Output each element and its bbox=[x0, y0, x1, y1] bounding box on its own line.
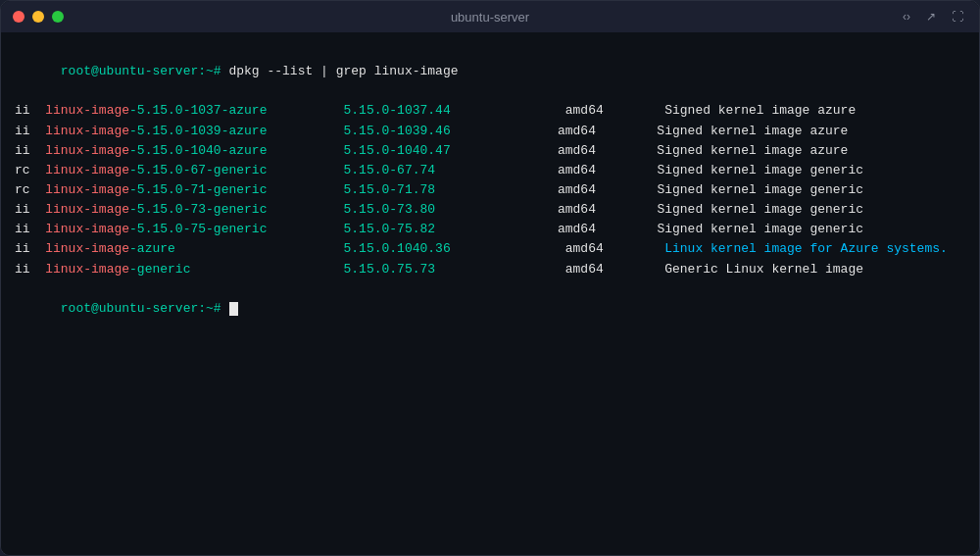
command-line: root@ubuntu-server:~# dpkg --list | grep… bbox=[15, 42, 965, 101]
prompt: root@ubuntu-server:~# bbox=[61, 64, 229, 78]
terminal-window: ubuntu-server ‹› ↗ ⛶ root@ubuntu-server:… bbox=[0, 0, 980, 556]
window-title: ubuntu-server bbox=[451, 10, 529, 25]
close-button[interactable] bbox=[13, 11, 24, 23]
command-text: dpkg --list | grep linux-image bbox=[228, 64, 458, 78]
traffic-lights bbox=[13, 11, 64, 23]
toolbar-share[interactable]: ↗ bbox=[922, 8, 940, 25]
table-row: ii linux-image-5.15.0-1039-azure 5.15.0-… bbox=[15, 122, 965, 141]
table-row: ii linux-image-5.15.0-1037-azure 5.15.0-… bbox=[15, 101, 965, 121]
toolbar-expand[interactable]: ⛶ bbox=[948, 8, 967, 25]
cursor bbox=[229, 302, 238, 316]
titlebar-actions: ‹› ↗ ⛶ bbox=[899, 8, 967, 25]
final-prompt: root@ubuntu-server:~# bbox=[61, 301, 229, 316]
titlebar: ubuntu-server ‹› ↗ ⛶ bbox=[1, 1, 979, 32]
table-row: ii linux-image-5.15.0-1040-azure 5.15.0-… bbox=[15, 141, 965, 161]
table-row: ii linux-image-generic 5.15.0.75.73 amd6… bbox=[15, 260, 965, 279]
maximize-button[interactable] bbox=[52, 11, 64, 23]
toolbar-back[interactable]: ‹› bbox=[899, 8, 914, 25]
table-row: rc linux-image-5.15.0-71-generic 5.15.0-… bbox=[15, 180, 965, 200]
table-row: ii linux-image-5.15.0-75-generic 5.15.0-… bbox=[15, 220, 965, 239]
table-row: rc linux-image-5.15.0-67-generic 5.15.0-… bbox=[15, 161, 965, 180]
minimize-button[interactable] bbox=[32, 11, 44, 23]
table-row: ii linux-image-5.15.0-73-generic 5.15.0-… bbox=[15, 200, 965, 220]
final-prompt-line: root@ubuntu-server:~# bbox=[15, 279, 965, 338]
terminal-body[interactable]: root@ubuntu-server:~# dpkg --list | grep… bbox=[1, 32, 979, 555]
table-row: ii linux-image-azure 5.15.0.1040.36 amd6… bbox=[15, 239, 965, 259]
